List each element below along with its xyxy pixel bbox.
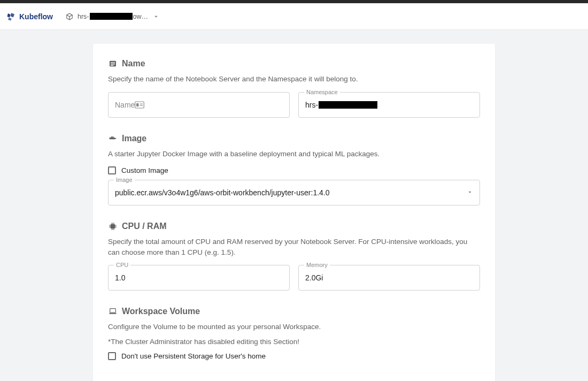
section-title: Image xyxy=(122,134,146,143)
namespace-input-wrap[interactable]: Namespace hrs- xyxy=(298,92,480,118)
chevron-down-icon xyxy=(467,188,473,197)
memory-label: Memory xyxy=(304,262,330,268)
section-description: A starter Jupyter Docker Image with a ba… xyxy=(108,149,480,159)
app-header: Kubeflow hrs- ow… xyxy=(0,3,588,30)
memory-input[interactable] xyxy=(305,273,473,282)
svg-rect-2 xyxy=(111,64,115,64)
namespace-value: hrs- xyxy=(305,101,377,109)
section-description: Specify the total amount of CPU and RAM … xyxy=(108,237,480,257)
no-persistent-storage-checkbox[interactable] xyxy=(108,352,116,360)
docker-icon xyxy=(108,134,118,143)
brand-logo[interactable]: Kubeflow xyxy=(6,12,53,21)
svg-rect-13 xyxy=(111,224,115,228)
section-name: Name Specify the name of the Notebook Se… xyxy=(108,59,480,118)
no-persistent-storage-row: Don't use Persistent Storage for User's … xyxy=(108,352,480,360)
section-image: Image A starter Jupyter Docker Image wit… xyxy=(108,134,480,206)
section-note: *The Cluster Administrator has disabled … xyxy=(108,338,480,346)
section-description: Configure the Volume to be mounted as yo… xyxy=(108,322,480,332)
section-title: Name xyxy=(122,59,145,68)
name-input-wrap[interactable]: Name xyxy=(108,92,290,118)
svg-rect-26 xyxy=(110,309,116,313)
name-placeholder: Name xyxy=(115,101,135,109)
laptop-icon xyxy=(108,307,118,316)
chevron-down-icon xyxy=(152,13,160,20)
section-title: CPU / RAM xyxy=(122,222,167,231)
cpu-input-wrap[interactable]: CPU xyxy=(108,265,290,291)
namespace-label: Namespace xyxy=(304,89,340,95)
image-field: Image public.ecr.aws/v3o4w1g6/aws-orbit-… xyxy=(108,180,480,205)
kubeflow-logo-icon xyxy=(6,12,16,21)
name-section-icon xyxy=(108,59,118,68)
svg-rect-5 xyxy=(136,103,139,106)
svg-rect-7 xyxy=(140,105,143,105)
name-field: Name xyxy=(108,92,290,118)
cpu-field: CPU xyxy=(108,265,290,291)
no-persistent-storage-label: Don't use Persistent Storage for User's … xyxy=(121,352,266,360)
cpu-input[interactable] xyxy=(115,273,283,282)
svg-rect-12 xyxy=(112,136,113,138)
section-description: Specify the name of the Notebook Server … xyxy=(108,74,480,85)
svg-rect-6 xyxy=(140,103,143,104)
id-card-icon xyxy=(135,101,144,109)
image-select[interactable]: Image public.ecr.aws/v3o4w1g6/aws-orbit-… xyxy=(108,180,480,205)
section-cpu-ram: CPU / RAM Specify the total amount of CP… xyxy=(108,222,480,291)
section-title: Workspace Volume xyxy=(122,307,200,316)
svg-rect-1 xyxy=(111,62,115,63)
custom-image-checkbox[interactable] xyxy=(108,166,116,174)
svg-rect-3 xyxy=(111,65,113,66)
namespace-value-redacted xyxy=(319,101,377,109)
namespace-selector[interactable]: hrs- ow… xyxy=(66,13,160,20)
svg-rect-11 xyxy=(111,136,112,138)
brand-name: Kubeflow xyxy=(19,12,53,21)
custom-image-label: Custom Image xyxy=(121,166,168,174)
image-value: public.ecr.aws/v3o4w1g6/aws-orbit-workbe… xyxy=(115,188,330,197)
custom-image-checkbox-row: Custom Image xyxy=(108,166,480,174)
box-icon xyxy=(66,13,73,20)
svg-rect-27 xyxy=(109,313,116,314)
page-body: Name Specify the name of the Notebook Se… xyxy=(0,30,588,381)
namespace-redacted xyxy=(90,13,133,20)
memory-field: Memory xyxy=(298,265,480,291)
form-card: Name Specify the name of the Notebook Se… xyxy=(93,44,495,381)
namespace-field: Namespace hrs- xyxy=(298,92,480,118)
cpu-icon xyxy=(108,222,118,231)
namespace-label: hrs- ow… xyxy=(78,13,148,20)
image-label: Image xyxy=(114,177,135,183)
section-workspace-volume: Workspace Volume Configure the Volume to… xyxy=(108,307,480,360)
cpu-label: CPU xyxy=(114,262,130,268)
memory-input-wrap[interactable]: Memory xyxy=(298,265,480,291)
